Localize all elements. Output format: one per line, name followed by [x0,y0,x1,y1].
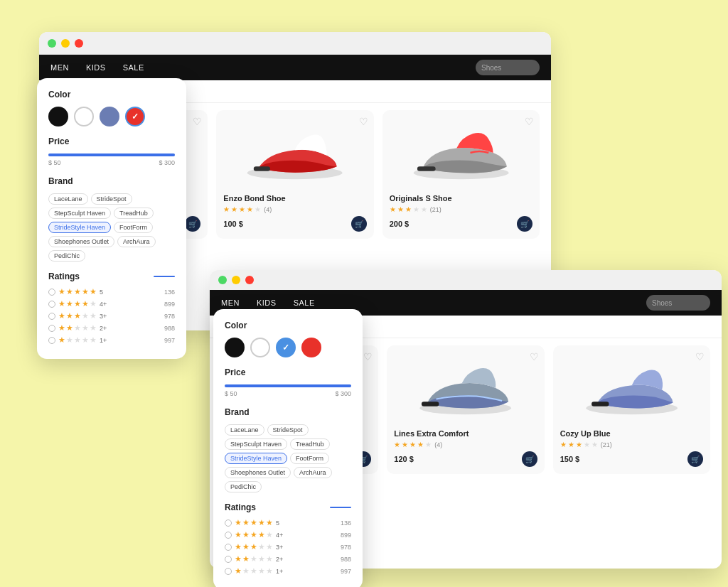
rating-row-4-back: ★★★★★ 4+ 899 [48,299,175,308]
stars-3-back: ★★★★★ [58,311,97,321]
cart-icon-5: 🛒 [525,456,534,463]
review-count-3: (21) [430,206,441,213]
nav-kids-back[interactable]: KIDS [86,63,106,72]
swatch-blue-back[interactable] [100,107,119,126]
brand-shoephones-front[interactable]: Shoephones Outlet [225,467,291,478]
radio-5-front[interactable] [225,519,232,527]
radio-5-back[interactable] [48,289,55,296]
brand-pedichic-back[interactable]: PediChic [48,250,85,262]
search-text-front: Shoes [652,299,672,307]
ratings-divider-front [330,507,351,508]
radio-3-front[interactable] [225,544,232,551]
checkmark-red-back: ✓ [132,112,139,122]
cart-btn-2[interactable]: 🛒 [351,216,367,232]
brand-archaura-back[interactable]: ArchAura [117,236,156,247]
brand-stepsculpt-back[interactable]: StepSculpt Haven [48,208,111,219]
checkmark-blue-front: ✓ [282,343,289,352]
brand-title-front: Brand [225,407,351,417]
cart-btn-3[interactable]: 🛒 [517,216,532,232]
dot-yellow-f[interactable] [232,276,240,284]
dot-red-f[interactable] [245,276,254,284]
wishlist-btn-4[interactable]: ♡ [363,351,373,362]
product-img-5 [394,352,537,424]
swatch-black-back[interactable] [48,107,68,126]
radio-4-front[interactable] [225,532,232,539]
color-title-front: Color [225,321,351,330]
price-slider-front[interactable] [225,384,351,387]
price-section-front: Price $ 50 $ 300 [225,367,351,397]
brand-tags-front: LaceLane StrideSpot StepSculpt Haven Tre… [225,424,351,492]
search-box-front[interactable]: Shoes [646,295,710,311]
price-max-back: $ 300 [159,159,175,166]
wishlist-btn-6[interactable]: ♡ [695,351,705,362]
brand-stridestyle-back[interactable]: StrideStyle Haven [48,222,111,233]
nav-sale-back[interactable]: SALE [123,63,144,72]
brand-lacelane-back[interactable]: LaceLane [48,193,88,205]
radio-4-back[interactable] [48,301,55,308]
swatch-white-back[interactable] [74,107,94,126]
swatch-red-back[interactable]: ✓ [125,107,145,126]
dot-green-f[interactable] [218,276,227,284]
rating-label-2-back: 2+ [100,325,107,332]
rating-row-3-back: ★★★★★ 3+ 978 [48,311,175,321]
brand-stridespot-back[interactable]: StrideSpot [91,193,132,205]
rating-label-4-back: 4+ [100,301,107,308]
brand-tags-back: LaceLane StrideSpot StepSculpt Haven Tre… [48,193,175,262]
cart-icon-1: 🛒 [188,220,197,228]
rating-row-1-back: ★★★★★ 1+ 997 [48,335,175,345]
stars-4-back: ★★★★★ [58,299,97,308]
product-card-5: ♡ Lines Extra Comfort ★★★★★ (4) 120 $ [387,345,544,474]
swatch-blue-front[interactable]: ✓ [276,338,296,357]
rating-count-5-back: 136 [164,289,175,296]
nav-men-front[interactable]: MEN [221,298,240,307]
brand-footform-back[interactable]: FootForm [114,222,153,233]
cart-btn-1[interactable]: 🛒 [185,216,200,232]
cart-btn-5[interactable]: 🛒 [522,451,537,467]
brand-shoephones-back[interactable]: Shoephones Outlet [48,236,114,247]
brand-stridespot-front[interactable]: StrideSpot [267,424,309,436]
radio-3-back[interactable] [48,313,55,320]
radio-2-front[interactable] [225,556,232,563]
wishlist-btn-3[interactable]: ♡ [525,116,534,127]
swatch-white-front[interactable] [250,338,270,357]
nav-kids-front[interactable]: KIDS [257,298,277,307]
brand-treadhub-back[interactable]: TreadHub [114,208,154,219]
brand-section-back: Brand LaceLane StrideSpot StepSculpt Hav… [48,176,175,262]
rating-count-2-back: 988 [164,325,175,332]
swatch-red-front[interactable] [301,338,321,357]
stars-2: ★★★★★ (4) [223,205,366,213]
brand-pedichic-front[interactable]: PediChic [225,481,262,492]
search-box-back[interactable]: Shoes [476,60,540,75]
dot-green[interactable] [48,39,56,48]
brand-lacelane-front[interactable]: LaceLane [225,424,264,436]
brand-stepsculpt-front[interactable]: StepSculpt Haven [225,438,287,450]
review-count-5: (4) [434,441,442,448]
price-row-6: 150 $ 🛒 [560,451,703,467]
wishlist-btn-1[interactable]: ♡ [193,116,202,127]
rating-count-3-back: 978 [164,313,175,320]
nav-men-back[interactable]: MEN [50,63,69,72]
dot-red[interactable] [75,39,83,48]
nav-sale-front[interactable]: SALE [294,298,315,307]
radio-1-front[interactable] [225,568,232,575]
ratings-header-back: Ratings [48,271,175,281]
swatch-black-front[interactable] [225,338,245,357]
radio-1-back[interactable] [48,337,55,344]
price-slider-back[interactable] [48,154,175,156]
dot-yellow[interactable] [61,39,70,48]
titlebar-back [39,32,551,55]
radio-2-back[interactable] [48,325,55,332]
stars-5-back: ★★★★★ [58,287,97,296]
wishlist-btn-5[interactable]: ♡ [530,351,539,362]
rating-row-4-front: ★★★★★ 4+ 899 [225,530,351,539]
brand-treadhub-front[interactable]: TreadHub [290,438,330,450]
svg-rect-14 [592,402,609,406]
price-min-front: $ 50 [225,390,237,397]
cart-btn-6[interactable]: 🛒 [687,451,703,467]
cart-icon-6: 🛒 [691,456,700,463]
navbar-back: MEN KIDS SALE Shoes [39,55,551,80]
brand-stridestyle-front[interactable]: StrideStyle Haven [225,453,287,464]
brand-footform-front[interactable]: FootForm [290,453,329,464]
wishlist-btn-2[interactable]: ♡ [359,116,368,127]
brand-archaura-front[interactable]: ArchAura [294,467,332,478]
